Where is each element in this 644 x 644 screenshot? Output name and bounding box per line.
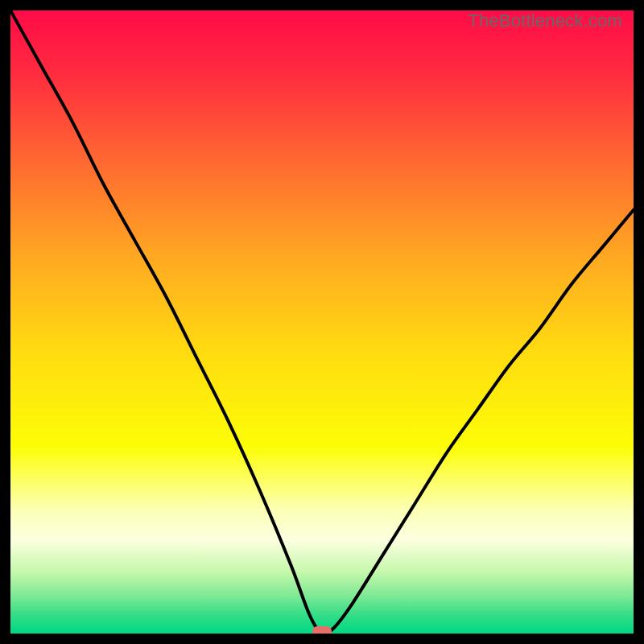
gradient-background xyxy=(10,10,634,634)
bottleneck-chart xyxy=(10,10,634,634)
watermark-label: TheBottleneck.com xyxy=(468,10,622,31)
chart-frame: TheBottleneck.com xyxy=(10,10,634,634)
optimum-marker xyxy=(312,626,332,634)
